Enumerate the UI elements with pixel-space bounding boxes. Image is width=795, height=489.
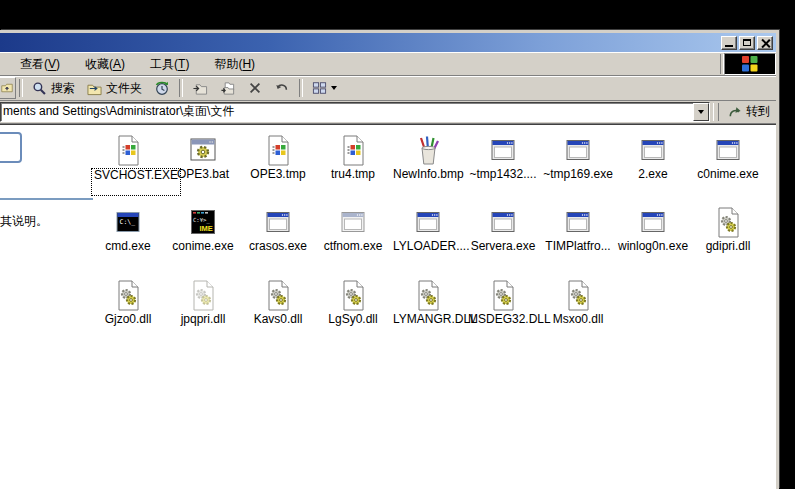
app-file-icon <box>487 134 519 166</box>
copy-to-button[interactable] <box>214 77 242 99</box>
menu-item[interactable]: 收藏(A) <box>73 54 138 75</box>
file-item[interactable]: LYMANGR.DLL <box>391 279 465 326</box>
file-file-icon <box>337 134 369 166</box>
up-folder-icon <box>1 81 13 95</box>
ime-file-icon: C:¥>_IME <box>187 206 219 238</box>
toolbar: 搜索 文件夹 <box>0 76 776 101</box>
file-item[interactable]: OPE3.tmp <box>241 134 315 181</box>
dll-faded-file-icon <box>187 279 219 311</box>
delete-button[interactable] <box>242 77 268 99</box>
file-label: ctfnom.exe <box>322 240 385 253</box>
file-label: ~tmp169.exe <box>541 168 615 181</box>
app-file-icon <box>712 134 744 166</box>
chevron-down-icon <box>698 110 704 114</box>
file-item[interactable]: 2.exe <box>616 134 690 181</box>
file-item[interactable]: C:\_cmd.exe <box>91 206 165 253</box>
undo-button[interactable] <box>268 77 296 99</box>
file-file-icon <box>112 134 144 166</box>
file-item[interactable]: Kavs0.dll <box>241 279 315 326</box>
file-item[interactable]: ~tmp169.exe <box>541 134 615 181</box>
file-item[interactable]: TIMPlatfro... <box>541 206 615 253</box>
file-item[interactable]: crasos.exe <box>241 206 315 253</box>
maximize-icon <box>743 39 751 46</box>
app-file-icon <box>637 206 669 238</box>
webview-banner-fragment <box>0 132 22 163</box>
address-input[interactable]: ments and Settings\Administrator\桌面\文件 <box>1 103 693 121</box>
file-label: Msxo0.dll <box>551 313 606 326</box>
file-area[interactable]: 其说明。 SVCHOST.EXEOPE3.batOPE3.tmptru4.tmp… <box>0 124 776 489</box>
menu-items: 查看(V)收藏(A)工具(T)帮助(H) <box>0 53 268 75</box>
file-item[interactable]: Gjzo0.dll <box>91 279 165 326</box>
menu-item[interactable]: 查看(V) <box>8 54 73 75</box>
app-file-icon <box>637 134 669 166</box>
file-label: cmd.exe <box>103 240 152 253</box>
file-item[interactable]: MSDEG32.DLL <box>466 279 540 326</box>
svg-text:C:¥>_: C:¥>_ <box>193 217 210 224</box>
app-gray-file-icon <box>337 206 369 238</box>
menu-item[interactable]: 工具(T) <box>138 54 202 75</box>
go-arrow-icon <box>727 104 743 119</box>
svg-text:C:\_: C:\_ <box>120 218 136 226</box>
file-label: ~tmp1432.... <box>467 168 538 181</box>
menu-item[interactable]: 帮助(H) <box>202 54 268 75</box>
chevron-down-icon <box>331 86 337 90</box>
maximize-button[interactable] <box>739 36 755 50</box>
windows-flag-logo <box>724 53 776 75</box>
file-item[interactable]: c0nime.exe <box>691 134 765 181</box>
copy-to-icon <box>220 81 236 96</box>
dll-file-icon <box>712 206 744 238</box>
move-to-icon <box>192 81 208 96</box>
menu-bar: 查看(V)收藏(A)工具(T)帮助(H) <box>0 52 776 76</box>
address-dropdown-button[interactable] <box>693 103 709 121</box>
file-item[interactable]: C:¥>_IMEconime.exe <box>166 206 240 253</box>
up-button[interactable] <box>0 77 16 99</box>
undo-icon <box>274 81 290 95</box>
dll-file-icon <box>337 279 369 311</box>
file-label: OPE3.tmp <box>248 168 307 181</box>
minimize-icon <box>725 45 733 47</box>
search-button[interactable]: 搜索 <box>26 77 81 99</box>
bmp-file-icon <box>412 134 444 166</box>
close-button[interactable] <box>757 36 773 50</box>
move-to-button[interactable] <box>186 77 214 99</box>
minimize-button[interactable] <box>721 36 737 50</box>
file-label: Gjzo0.dll <box>103 313 154 326</box>
file-item[interactable]: jpqpri.dll <box>166 279 240 326</box>
webview-description: 其说明。 <box>0 213 48 230</box>
file-item[interactable]: ctfnom.exe <box>316 206 390 253</box>
file-item[interactable]: LgSy0.dll <box>316 279 390 326</box>
dll-file-icon <box>112 279 144 311</box>
app-file-icon <box>262 206 294 238</box>
go-button[interactable]: 转到 <box>723 102 774 121</box>
delete-icon <box>248 81 262 95</box>
toolbar-separator <box>19 79 23 97</box>
file-item[interactable]: OPE3.bat <box>166 134 240 181</box>
file-label: Servera.exe <box>469 240 538 253</box>
titlebar[interactable] <box>0 33 776 52</box>
address-bar: ments and Settings\Administrator\桌面\文件 转… <box>0 101 776 124</box>
file-item[interactable]: winlog0n.exe <box>616 206 690 253</box>
file-label: winlog0n.exe <box>616 240 690 253</box>
file-item[interactable]: ~tmp1432.... <box>466 134 540 181</box>
explorer-window: 查看(V)收藏(A)工具(T)帮助(H) <box>0 30 779 489</box>
webview-divider <box>0 198 93 200</box>
search-button-label: 搜索 <box>51 80 75 97</box>
file-item[interactable]: LYLOADER.... <box>391 206 465 253</box>
svg-text:IME: IME <box>200 224 213 233</box>
history-button[interactable] <box>148 77 176 99</box>
address-combo[interactable]: ments and Settings\Administrator\桌面\文件 <box>0 102 710 122</box>
file-label: NewInfo.bmp <box>391 168 466 181</box>
file-item[interactable]: Servera.exe <box>466 206 540 253</box>
file-item[interactable]: NewInfo.bmp <box>391 134 465 181</box>
file-item[interactable]: Msxo0.dll <box>541 279 615 326</box>
views-button[interactable] <box>306 77 343 99</box>
file-item[interactable]: gdipri.dll <box>691 206 765 253</box>
file-item[interactable]: SVCHOST.EXE <box>91 134 165 196</box>
file-label: LgSy0.dll <box>326 313 379 326</box>
folders-button[interactable]: 文件夹 <box>81 77 148 99</box>
app-file-icon <box>562 206 594 238</box>
dll-file-icon <box>412 279 444 311</box>
history-icon <box>154 80 170 96</box>
file-item[interactable]: tru4.tmp <box>316 134 390 181</box>
windows-flag-icon <box>739 54 761 74</box>
